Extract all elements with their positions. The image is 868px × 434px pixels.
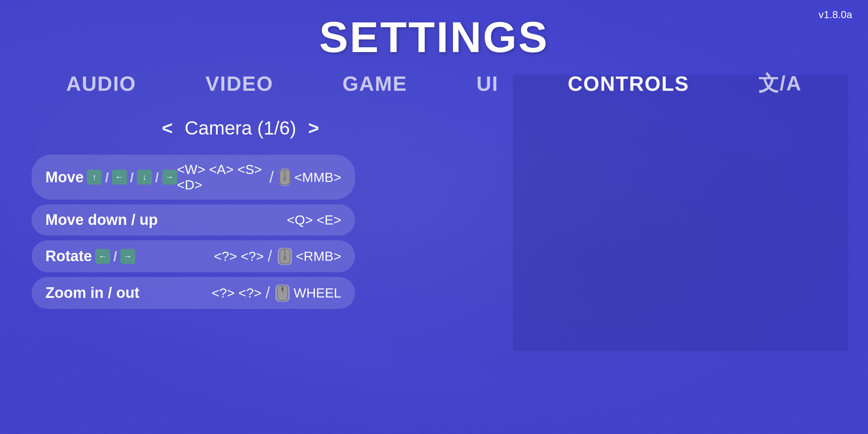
svg-point-8 [281, 287, 284, 291]
binding-keys-move-down-up: <Q> <E> [287, 212, 341, 228]
binding-row-zoom[interactable]: Zoom in / out <?> <?> / WHEEL [32, 277, 355, 309]
camera-next-button[interactable]: > [304, 117, 323, 139]
binding-label-move-down-up: Move down / up [45, 211, 158, 228]
camera-nav: < Camera (1/6) > [158, 117, 323, 139]
arrow-right-icon: → [162, 170, 177, 185]
tab-language[interactable]: 文/A [750, 66, 810, 101]
binding-keys-zoom: <?> <?> / WHEEL [211, 284, 341, 302]
nav-tabs: AUDIO VIDEO GAME UI CONTROLS 文/A [0, 66, 868, 101]
binding-keys-move: <W> <A> <S> <D> / <MMB> [177, 162, 342, 193]
rotate-left-icon: ← [95, 249, 110, 264]
binding-label-move: Move ↑ / ← / ↓ / → [45, 169, 177, 186]
arrow-up-icon: ↑ [87, 170, 102, 185]
mouse-icon-zoom [275, 284, 290, 302]
svg-point-5 [283, 256, 286, 260]
binding-row-move-down-up[interactable]: Move down / up <Q> <E> [32, 204, 355, 236]
mouse-icon-rotate [278, 248, 292, 265]
bindings-list: Move ↑ / ← / ↓ / → <W> <A> <S> <D> / [32, 155, 355, 309]
binding-row-move[interactable]: Move ↑ / ← / ↓ / → <W> <A> <S> <D> / [32, 155, 355, 200]
tab-controls[interactable]: CONTROLS [560, 68, 697, 99]
tab-video[interactable]: VIDEO [198, 68, 281, 99]
version-label: v1.8.0a [819, 9, 852, 21]
camera-prev-button[interactable]: < [158, 117, 177, 139]
binding-label-rotate: Rotate ← / → [45, 248, 135, 265]
arrow-down-icon: ↓ [137, 170, 152, 185]
binding-keys-rotate: <?> <?> / <RMB> [214, 247, 341, 265]
arrow-left-icon: ← [112, 170, 127, 185]
mouse-icon [279, 168, 290, 186]
controls-content: < Camera (1/6) > Move ↑ / ← / ↓ / → <W> … [0, 117, 868, 309]
camera-label: Camera (1/6) [185, 117, 296, 139]
binding-row-rotate[interactable]: Rotate ← / → <?> <?> / <RMB> [32, 240, 355, 272]
tab-audio[interactable]: AUDIO [58, 68, 144, 99]
binding-label-zoom: Zoom in / out [45, 284, 140, 301]
rotate-right-icon: → [120, 249, 135, 264]
svg-point-2 [283, 176, 286, 181]
tab-game[interactable]: GAME [335, 68, 415, 99]
tab-ui[interactable]: UI [469, 68, 507, 99]
page-title: SETTINGS [319, 12, 549, 62]
